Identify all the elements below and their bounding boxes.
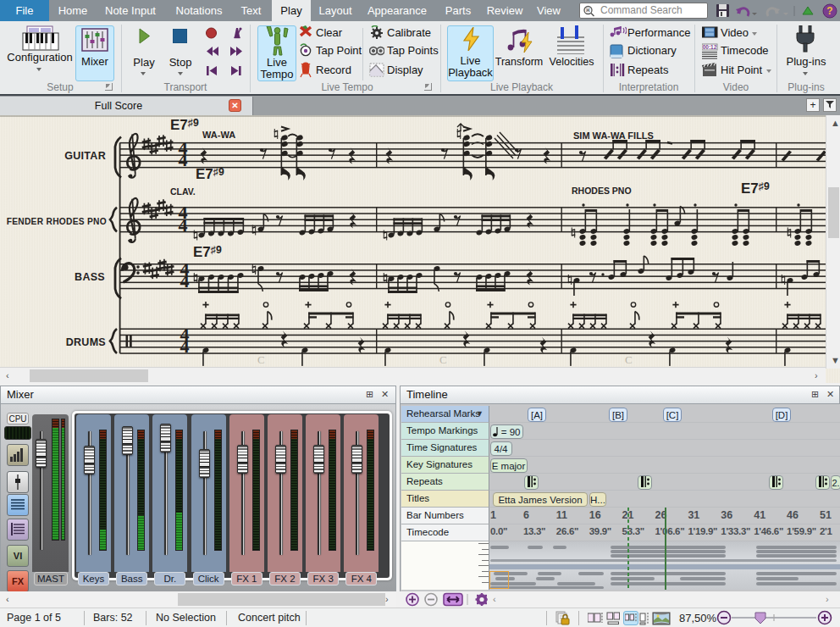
svg-text:E7♯9: E7♯9 — [196, 166, 224, 182]
svg-text:00:12: 00:12 — [703, 44, 717, 50]
svg-text:E7♯9: E7♯9 — [193, 244, 222, 260]
svg-text:4: 4 — [179, 214, 188, 236]
svg-text:⌘: ⌘ — [586, 8, 591, 13]
svg-text:C: C — [625, 353, 633, 366]
svg-text:WA-WA: WA-WA — [202, 130, 235, 140]
svg-text:E7♯9: E7♯9 — [741, 180, 770, 197]
svg-text:E7♯9: E7♯9 — [170, 117, 199, 133]
svg-text:DRUMS: DRUMS — [66, 336, 106, 348]
svg-text:SIM WA-WA FILLS: SIM WA-WA FILLS — [573, 130, 654, 141]
svg-text:C: C — [257, 353, 265, 366]
svg-text:?: ? — [826, 5, 832, 17]
svg-text:4: 4 — [179, 149, 188, 170]
svg-text:4: 4 — [180, 270, 190, 291]
svg-text:CLAV.: CLAV. — [170, 186, 196, 197]
svg-text:C: C — [439, 353, 447, 366]
svg-text:4: 4 — [180, 336, 190, 357]
svg-text:BASS: BASS — [75, 271, 105, 283]
svg-text:FENDER RHODES PNO: FENDER RHODES PNO — [7, 217, 107, 226]
svg-text:GUITAR: GUITAR — [64, 150, 106, 162]
svg-text:RHODES PNO: RHODES PNO — [572, 186, 632, 196]
